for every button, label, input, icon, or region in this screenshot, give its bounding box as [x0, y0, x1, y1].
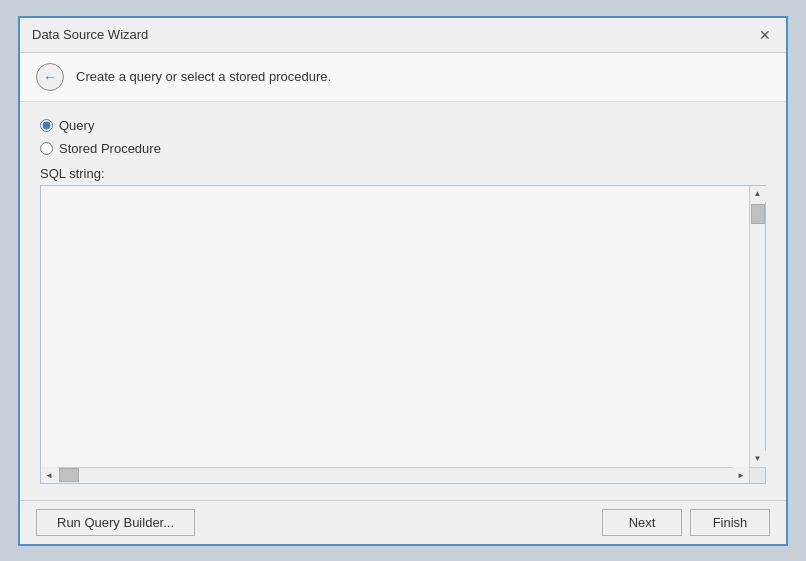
horizontal-scrollbar: ◄ ► — [41, 467, 749, 483]
query-radio-label: Query — [59, 118, 94, 133]
finish-button[interactable]: Finish — [690, 509, 770, 536]
footer-right: Next Finish — [602, 509, 770, 536]
vertical-scrollbar-thumb[interactable] — [751, 204, 765, 224]
scroll-down-button[interactable]: ▼ — [750, 451, 766, 467]
sql-label: SQL string: — [40, 166, 766, 181]
sql-textarea[interactable] — [41, 186, 749, 483]
content-area: Query Stored Procedure SQL string: ▲ ▼ — [20, 102, 786, 500]
stored-procedure-radio-item[interactable]: Stored Procedure — [40, 141, 766, 156]
back-icon: ← — [43, 69, 57, 85]
dialog-title: Data Source Wizard — [32, 27, 148, 42]
scroll-up-button[interactable]: ▲ — [750, 186, 766, 202]
header-description: Create a query or select a stored proced… — [76, 69, 331, 84]
stored-procedure-radio[interactable] — [40, 142, 53, 155]
sql-container: ▲ ▼ ◄ ► — [40, 185, 766, 484]
horizontal-scrollbar-thumb[interactable] — [59, 468, 79, 482]
footer: Run Query Builder... Next Finish — [20, 500, 786, 544]
vertical-scrollbar: ▲ ▼ — [749, 186, 765, 467]
scroll-right-button[interactable]: ► — [733, 467, 749, 483]
next-button[interactable]: Next — [602, 509, 682, 536]
run-query-builder-button[interactable]: Run Query Builder... — [36, 509, 195, 536]
radio-group: Query Stored Procedure — [40, 118, 766, 156]
stored-procedure-radio-label: Stored Procedure — [59, 141, 161, 156]
close-button[interactable]: ✕ — [756, 26, 774, 44]
query-radio[interactable] — [40, 119, 53, 132]
sql-section: SQL string: ▲ ▼ ◄ ► — [40, 166, 766, 484]
back-button[interactable]: ← — [36, 63, 64, 91]
scroll-left-button[interactable]: ◄ — [41, 467, 57, 483]
footer-left: Run Query Builder... — [36, 509, 195, 536]
title-bar: Data Source Wizard ✕ — [20, 18, 786, 53]
scrollbar-corner — [749, 467, 765, 483]
data-source-wizard-dialog: Data Source Wizard ✕ ← Create a query or… — [18, 16, 788, 546]
query-radio-item[interactable]: Query — [40, 118, 766, 133]
header-bar: ← Create a query or select a stored proc… — [20, 53, 786, 102]
